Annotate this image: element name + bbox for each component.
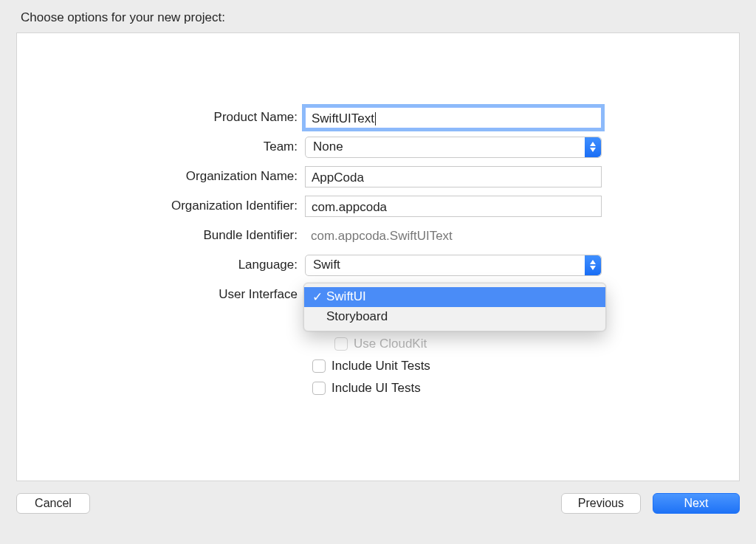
svg-marker-0 xyxy=(590,142,596,146)
svg-marker-1 xyxy=(590,148,596,152)
language-value: Swift xyxy=(313,258,340,272)
form-panel: Product Name: SwiftUIText Team: None xyxy=(16,32,740,481)
include-ui-tests-checkbox[interactable] xyxy=(312,382,326,395)
dropdown-option-label: Storyboard xyxy=(325,309,388,324)
updown-arrows-icon xyxy=(585,255,601,275)
use-cloudkit-checkbox xyxy=(334,337,348,351)
svg-marker-3 xyxy=(590,266,596,270)
previous-button[interactable]: Previous xyxy=(561,493,641,514)
team-popup[interactable]: None xyxy=(305,137,602,158)
product-name-label: Product Name: xyxy=(17,110,305,125)
team-label: Team: xyxy=(17,140,305,154)
use-cloudkit-label: Use CloudKit xyxy=(354,337,427,351)
button-bar: Cancel Previous Next xyxy=(16,493,740,514)
svg-marker-2 xyxy=(590,260,596,264)
include-ui-tests-label: Include UI Tests xyxy=(331,381,421,396)
org-id-input[interactable]: com.appcoda xyxy=(305,196,602,217)
language-popup[interactable]: Swift xyxy=(305,255,602,276)
bundle-id-label: Bundle Identifier: xyxy=(17,228,305,243)
next-button[interactable]: Next xyxy=(653,493,740,514)
product-name-input[interactable]: SwiftUIText xyxy=(305,107,602,128)
org-id-value: com.appcoda xyxy=(312,200,387,214)
org-name-label: Organization Name: xyxy=(17,169,305,184)
language-label: Language: xyxy=(17,258,305,272)
include-unit-tests-checkbox[interactable] xyxy=(312,359,326,373)
text-cursor-icon xyxy=(375,112,376,125)
new-project-dialog: Choose options for your new project: Pro… xyxy=(0,0,756,544)
user-interface-dropdown[interactable]: ✓ SwiftUI Storyboard xyxy=(303,283,606,331)
include-unit-tests-label: Include Unit Tests xyxy=(331,359,430,373)
dropdown-option-storyboard[interactable]: Storyboard xyxy=(304,307,605,327)
dropdown-option-label: SwiftUI xyxy=(325,289,366,304)
checkmark-icon: ✓ xyxy=(310,289,325,305)
updown-arrows-icon xyxy=(585,137,601,157)
team-value: None xyxy=(313,140,343,154)
bundle-id-value: com.appcoda.SwiftUIText xyxy=(305,225,602,247)
org-name-value: AppCoda xyxy=(312,171,364,185)
org-id-label: Organization Identifier: xyxy=(17,199,305,213)
cancel-button[interactable]: Cancel xyxy=(16,493,90,514)
user-interface-label: User Interface xyxy=(17,287,305,302)
product-name-value: SwiftUIText xyxy=(312,111,374,125)
dropdown-option-swiftui[interactable]: ✓ SwiftUI xyxy=(304,287,605,307)
dialog-title: Choose options for your new project: xyxy=(21,10,740,25)
org-name-input[interactable]: AppCoda xyxy=(305,166,602,187)
